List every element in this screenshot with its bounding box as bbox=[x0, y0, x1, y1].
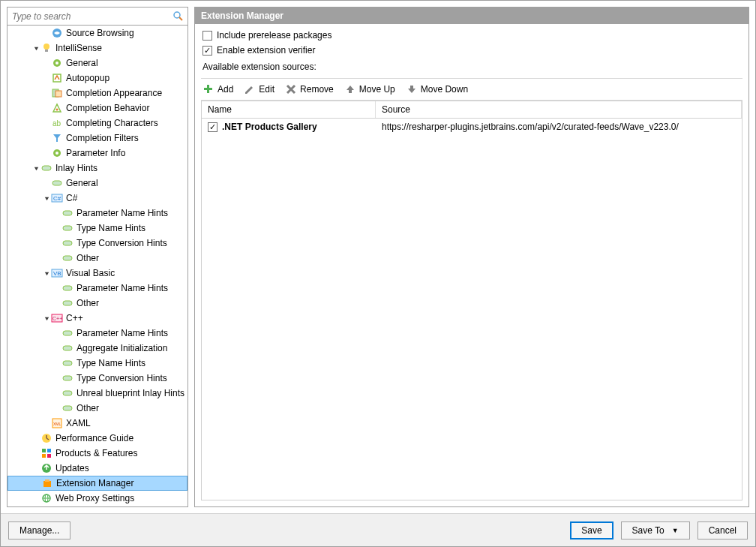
tree-item[interactable]: abCompleting Characters bbox=[8, 116, 188, 131]
enable-verifier-checkbox[interactable]: Enable extension verifier bbox=[202, 45, 741, 56]
tree-item-label: Other bbox=[76, 298, 99, 308]
tree-item-label: Other bbox=[76, 403, 99, 413]
tree-item[interactable]: Web Proxy Settings bbox=[8, 491, 188, 506]
tree-item-label: Performance Guide bbox=[56, 433, 134, 443]
svg-rect-21 bbox=[63, 256, 72, 260]
svg-rect-43 bbox=[45, 479, 50, 482]
beh-icon bbox=[51, 102, 63, 114]
include-prerelease-checkbox[interactable]: Include prerelease packages bbox=[202, 30, 741, 41]
tree-item[interactable]: C++C++ bbox=[8, 311, 188, 326]
expand-arrow-icon[interactable] bbox=[42, 270, 51, 277]
tree-item-label: Unreal blueprint Inlay Hints bbox=[76, 388, 184, 398]
tree-item-label: Parameter Info bbox=[66, 148, 125, 158]
svg-point-13 bbox=[56, 152, 58, 155]
prod-icon bbox=[40, 447, 52, 459]
cancel-button[interactable]: Cancel bbox=[698, 521, 748, 539]
search-input[interactable] bbox=[8, 9, 172, 24]
expand-arrow-icon[interactable] bbox=[42, 315, 51, 322]
add-button[interactable]: Add bbox=[202, 83, 233, 95]
hint-icon bbox=[62, 402, 74, 414]
tree-item[interactable]: Parameter Name Hints bbox=[8, 281, 188, 296]
manage-button[interactable]: Manage... bbox=[8, 521, 70, 539]
row-checkbox[interactable] bbox=[208, 122, 218, 132]
hint-icon bbox=[62, 387, 74, 399]
svg-text:VB: VB bbox=[53, 270, 62, 277]
expand-arrow-icon[interactable] bbox=[32, 45, 40, 52]
svg-point-3 bbox=[44, 44, 50, 50]
hint-icon bbox=[62, 327, 74, 339]
tree-item[interactable]: Autopopup bbox=[8, 71, 188, 86]
tree-item[interactable]: Aggregate Initialization bbox=[8, 341, 188, 356]
table-row[interactable]: .NET Products Galleryhttps://resharper-p… bbox=[202, 119, 742, 135]
svg-rect-42 bbox=[44, 481, 51, 487]
hint-icon bbox=[51, 177, 63, 189]
tree-item-label: General bbox=[66, 178, 98, 188]
svg-rect-4 bbox=[45, 50, 48, 52]
tree-item[interactable]: Parameter Name Hints bbox=[8, 326, 188, 341]
tree-item[interactable]: Parameter Name Hints bbox=[8, 206, 188, 221]
move-down-button[interactable]: Move Down bbox=[406, 83, 468, 95]
plus-icon bbox=[202, 83, 214, 95]
svg-line-1 bbox=[179, 17, 182, 20]
tree-item[interactable]: Updates bbox=[8, 461, 188, 476]
move-up-button[interactable]: Move Up bbox=[344, 83, 395, 95]
svg-rect-39 bbox=[42, 454, 46, 458]
panel-title: Extension Manager bbox=[195, 8, 748, 24]
expand-arrow-icon[interactable] bbox=[32, 165, 40, 172]
sidebar: Source BrowsingIntelliSenseGeneralAutopo… bbox=[7, 7, 188, 507]
chars-icon: ab bbox=[51, 117, 63, 129]
tree-item[interactable]: C#C# bbox=[8, 191, 188, 206]
tree-item[interactable]: Type Conversion Hints bbox=[8, 371, 188, 386]
search-icon[interactable] bbox=[172, 11, 184, 23]
svg-rect-9 bbox=[56, 91, 62, 97]
xaml-icon: XML bbox=[51, 417, 63, 429]
expand-arrow-icon[interactable] bbox=[42, 195, 51, 202]
tree-item[interactable]: Type Conversion Hints bbox=[8, 236, 188, 251]
tree-item[interactable]: Type Name Hints bbox=[8, 221, 188, 236]
tree-item-label: C++ bbox=[66, 313, 83, 323]
tree-item[interactable]: General bbox=[8, 176, 188, 191]
save-to-button[interactable]: Save To▼ bbox=[621, 521, 690, 539]
tree-item[interactable]: General bbox=[8, 56, 188, 71]
tree-item[interactable]: Completion Filters bbox=[8, 131, 188, 146]
tree-item[interactable]: VBVisual Basic bbox=[8, 266, 188, 281]
tree-item-label: XAML bbox=[66, 418, 91, 428]
tree-item[interactable]: Extension Manager bbox=[8, 476, 188, 491]
svg-rect-28 bbox=[63, 331, 72, 335]
tree-item[interactable]: Inlay Hints bbox=[8, 161, 188, 176]
remove-button[interactable]: Remove bbox=[285, 83, 334, 95]
edit-button[interactable]: Edit bbox=[244, 83, 274, 95]
tree-item[interactable]: XMLXAML bbox=[8, 416, 188, 431]
tree-item-label: Source Browsing bbox=[66, 28, 134, 38]
tree-item[interactable]: Source Browsing bbox=[8, 26, 188, 41]
tree-item[interactable]: Completion Behavior bbox=[8, 101, 188, 116]
svg-rect-14 bbox=[42, 166, 51, 170]
tree-item[interactable]: Type Name Hints bbox=[8, 356, 188, 371]
options-tree[interactable]: Source BrowsingIntelliSenseGeneralAutopo… bbox=[8, 26, 188, 506]
grid-header-name[interactable]: Name bbox=[202, 101, 376, 118]
tree-item[interactable]: Completion Appearance bbox=[8, 86, 188, 101]
tree-item[interactable]: Parameter Info bbox=[8, 146, 188, 161]
tree-item[interactable]: Other bbox=[8, 296, 188, 311]
svg-text:XML: XML bbox=[53, 422, 62, 426]
cpp-icon: C++ bbox=[51, 312, 63, 324]
svg-point-10 bbox=[56, 109, 58, 111]
tree-item-label: Inlay Hints bbox=[56, 163, 98, 173]
tree-item-label: Type Name Hints bbox=[76, 358, 146, 368]
tree-item[interactable]: Other bbox=[8, 401, 188, 416]
svg-rect-19 bbox=[63, 226, 72, 230]
tree-item[interactable]: Products & Features bbox=[8, 446, 188, 461]
hint-icon bbox=[62, 282, 74, 294]
green-icon bbox=[51, 57, 63, 69]
tree-item-label: Completion Filters bbox=[66, 133, 139, 143]
svg-point-0 bbox=[174, 12, 180, 18]
cs-icon: C# bbox=[51, 192, 63, 204]
tree-item[interactable]: Unreal blueprint Inlay Hints bbox=[8, 386, 188, 401]
tree-item[interactable]: Other bbox=[8, 251, 188, 266]
sources-toolbar: Add Edit Remove Move Up Move Down bbox=[201, 78, 742, 101]
comp-icon bbox=[51, 87, 63, 99]
tree-item[interactable]: Performance Guide bbox=[8, 431, 188, 446]
save-button[interactable]: Save bbox=[570, 521, 613, 539]
tree-item[interactable]: IntelliSense bbox=[8, 41, 188, 56]
grid-header-source[interactable]: Source bbox=[376, 101, 742, 118]
